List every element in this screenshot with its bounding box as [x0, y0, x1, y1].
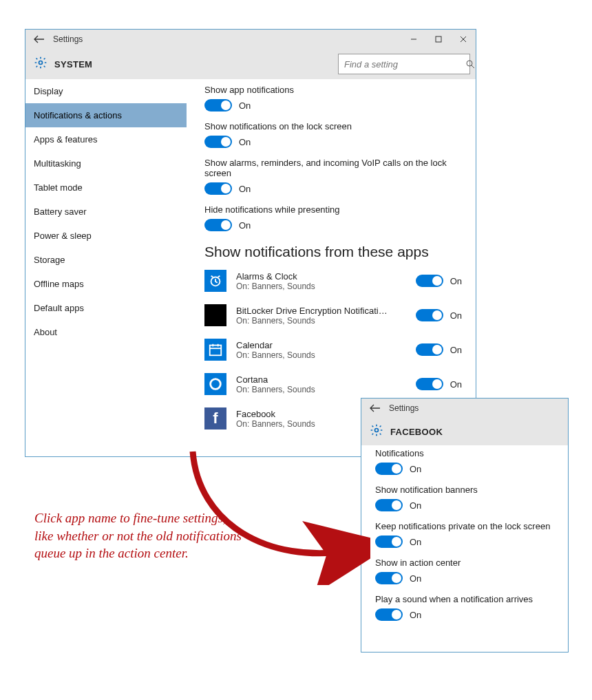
app-name: Calendar: [236, 340, 388, 350]
setting-row: Play a sound when a notification arrives…: [375, 594, 554, 621]
search-input[interactable]: [339, 59, 466, 70]
sidebar-item[interactable]: Multitasking: [25, 151, 187, 176]
sidebar-item[interactable]: About: [25, 320, 187, 344]
setting-label: Show app notifications: [204, 85, 462, 95]
settings-window-main: Settings SYSTEM DisplayNotifications &: [25, 29, 476, 457]
toggle-state: On: [239, 220, 251, 231]
setting-row: Show notifications on the lock screen On: [204, 121, 462, 148]
titlebar: Settings: [361, 399, 568, 418]
sidebar-item[interactable]: Battery saver: [25, 200, 187, 224]
toggle-state: On: [410, 537, 421, 547]
toggle-switch[interactable]: [375, 463, 403, 475]
setting-label: Play a sound when a notification arrives: [375, 594, 554, 604]
app-name: Cortana: [236, 374, 388, 385]
app-row[interactable]: BitLocker Drive Encryption Notification …: [204, 304, 462, 326]
svg-rect-1: [436, 36, 441, 42]
setting-row: Keep notifications private on the lock s…: [375, 521, 554, 548]
cortana-icon: [204, 373, 226, 395]
setting-label: Notifications: [375, 448, 554, 458]
toggle-state: On: [450, 310, 462, 321]
back-button[interactable]: [361, 399, 389, 418]
section-title: Show notifications from these apps: [204, 244, 462, 260]
toggle-switch[interactable]: [375, 608, 403, 621]
setting-label: Show in action center: [375, 558, 554, 568]
back-button[interactable]: [25, 30, 53, 49]
setting-row: Show notification banners On: [375, 485, 554, 511]
sidebar-item[interactable]: Power & sleep: [25, 224, 187, 248]
app-row[interactable]: Alarms & Clock On: Banners, Sounds On: [204, 270, 462, 292]
setting-label: Show notification banners: [375, 485, 554, 495]
setting-row: Show in action center On: [375, 558, 554, 584]
toggle-switch[interactable]: [204, 99, 232, 112]
toggle-switch[interactable]: [416, 275, 443, 287]
sidebar-item[interactable]: Offline maps: [25, 272, 187, 296]
toggle-switch[interactable]: [416, 309, 443, 321]
sidebar-item[interactable]: Display: [25, 79, 187, 103]
toggle-state: On: [239, 100, 251, 111]
toggle-switch[interactable]: [416, 343, 443, 356]
setting-label: Show notifications on the lock screen: [204, 121, 462, 131]
app-subtitle: On: Banners, Sounds: [236, 350, 406, 360]
toggle-state: On: [450, 345, 462, 355]
toggle-state: On: [410, 573, 421, 584]
header-bar: FACEBOOK: [361, 418, 568, 445]
setting-row: Notifications On: [375, 448, 554, 475]
app-subtitle: On: Banners, Sounds: [236, 385, 406, 394]
titlebar-title: Settings: [389, 403, 419, 413]
toggle-switch[interactable]: [375, 499, 403, 511]
app-subtitle: On: Banners, Sounds: [236, 316, 406, 326]
annotation-text: Click app name to fine-tune settings, li…: [34, 509, 248, 562]
close-button[interactable]: [451, 30, 476, 49]
toggle-state: On: [239, 137, 251, 147]
search-box[interactable]: [338, 54, 470, 74]
toggle-state: On: [450, 379, 462, 390]
app-row[interactable]: Calendar On: Banners, Sounds On: [204, 339, 462, 361]
svg-point-3: [467, 61, 472, 66]
sidebar: DisplayNotifications & actionsApps & fea…: [25, 79, 187, 456]
minimize-button[interactable]: [401, 30, 426, 49]
toggle-switch[interactable]: [375, 535, 403, 548]
app-name: Alarms & Clock: [236, 271, 388, 282]
search-icon: [466, 60, 475, 69]
toggle-state: On: [450, 276, 462, 286]
toggle-switch[interactable]: [204, 182, 232, 195]
facebook-icon: f: [204, 407, 226, 429]
app-row[interactable]: Cortana On: Banners, Sounds On: [204, 373, 462, 395]
setting-row: Show app notifications On: [204, 85, 462, 112]
maximize-button[interactable]: [426, 30, 451, 49]
sidebar-item[interactable]: Tablet mode: [25, 176, 187, 200]
svg-rect-6: [210, 346, 222, 356]
svg-point-2: [39, 61, 43, 65]
toggle-state: On: [410, 500, 421, 511]
app-subtitle: On: Banners, Sounds: [236, 282, 406, 291]
sidebar-item[interactable]: Storage: [25, 248, 187, 272]
svg-point-10: [211, 379, 221, 390]
setting-label: Hide notifications while presenting: [204, 204, 462, 215]
svg-point-11: [375, 429, 379, 432]
bitlocker-icon: [204, 304, 226, 326]
setting-row: Show alarms, reminders, and incoming VoI…: [204, 158, 462, 195]
toggle-state: On: [410, 610, 421, 620]
toggle-switch[interactable]: [375, 572, 403, 584]
header-bar: SYSTEM: [25, 49, 476, 79]
calendar-icon: [204, 339, 226, 361]
setting-label: Show alarms, reminders, and incoming VoI…: [204, 158, 462, 178]
sidebar-item[interactable]: Apps & features: [25, 127, 187, 151]
setting-label: Keep notifications private on the lock s…: [375, 521, 554, 531]
settings-window-detail: Settings FACEBOOK Notifications On Show …: [361, 398, 569, 653]
gear-icon: [34, 56, 47, 72]
toggle-switch[interactable]: [204, 136, 232, 148]
toggle-switch[interactable]: [204, 219, 232, 231]
toggle-switch[interactable]: [416, 378, 443, 390]
page-title: SYSTEM: [54, 59, 331, 70]
titlebar: Settings: [25, 30, 476, 49]
toggle-state: On: [239, 184, 251, 194]
alarms-icon: [204, 270, 226, 292]
setting-row: Hide notifications while presenting On: [204, 204, 462, 231]
sidebar-item[interactable]: Default apps: [25, 296, 187, 320]
titlebar-title: Settings: [53, 34, 83, 44]
sidebar-item[interactable]: Notifications & actions: [25, 103, 187, 127]
page-title: FACEBOOK: [390, 427, 562, 437]
app-name: BitLocker Drive Encryption Notification …: [236, 306, 388, 316]
gear-icon: [370, 423, 383, 440]
